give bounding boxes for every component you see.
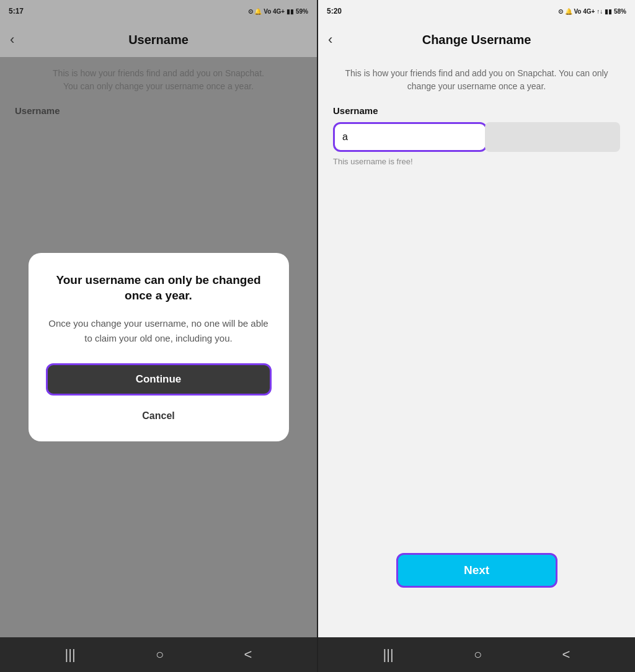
right-content: This is how your friends find and add yo… <box>318 57 635 637</box>
right-phone: 5:20 ⊙ 🔔 Vo 4G+ ↑↓ ▮▮ 58% ‹ Change Usern… <box>318 0 635 672</box>
left-bottom-nav: ||| ○ < <box>0 637 317 672</box>
modal-title: Your username can only be changed once a… <box>46 273 272 303</box>
username-input-box[interactable]: a <box>333 122 487 152</box>
right-status-icons: ⊙ 🔔 Vo 4G+ ↑↓ ▮▮ 58% <box>558 8 626 15</box>
left-menu-icon[interactable]: ||| <box>65 647 76 663</box>
modal-overlay: Your username can only be changed once a… <box>0 57 317 637</box>
right-home-icon[interactable]: ○ <box>474 647 482 663</box>
left-nav-header: ‹ Username <box>0 22 317 57</box>
right-menu-icon[interactable]: ||| <box>383 647 394 663</box>
left-status-bar: 5:17 ⊙ 🔔 Vo 4G+ ▮▮ 59% <box>0 0 317 22</box>
username-input-filler <box>485 122 621 152</box>
continue-button[interactable]: Continue <box>46 363 272 396</box>
username-input-row: a <box>333 122 620 152</box>
left-page-title: Username <box>128 33 189 47</box>
left-status-icons: ⊙ 🔔 Vo 4G+ ▮▮ 59% <box>248 8 308 15</box>
free-username-text: This username is free! <box>333 157 620 166</box>
left-phone: 5:17 ⊙ 🔔 Vo 4G+ ▮▮ 59% ‹ Username This i… <box>0 0 317 672</box>
right-back-nav-icon[interactable]: < <box>562 647 571 663</box>
right-page-title: Change Username <box>422 33 531 47</box>
right-subtitle: This is how your friends find and add yo… <box>333 67 620 93</box>
next-button-label: Next <box>464 564 489 577</box>
left-home-icon[interactable]: ○ <box>156 647 164 663</box>
left-battery: 59% <box>296 8 308 15</box>
next-button-container: Next <box>318 553 635 588</box>
right-signal-icons: ⊙ 🔔 Vo 4G+ ↑↓ ▮▮ <box>558 8 612 15</box>
right-battery: 58% <box>614 8 626 15</box>
right-nav-header: ‹ Change Username <box>318 22 635 57</box>
left-back-button[interactable]: ‹ <box>10 32 14 48</box>
modal-card: Your username can only be changed once a… <box>29 253 289 441</box>
next-button[interactable]: Next <box>396 553 557 588</box>
left-back-nav-icon[interactable]: < <box>244 647 252 663</box>
right-field-label: Username <box>333 105 620 116</box>
left-time: 5:17 <box>9 7 24 15</box>
modal-description: Once you change your username, no one wi… <box>46 316 272 346</box>
left-content: This is how your friends find and add yo… <box>0 57 317 637</box>
cancel-button[interactable]: Cancel <box>46 405 272 427</box>
username-input-value: a <box>342 131 348 143</box>
right-status-bar: 5:20 ⊙ 🔔 Vo 4G+ ↑↓ ▮▮ 58% <box>318 0 635 22</box>
right-time: 5:20 <box>327 7 342 15</box>
left-signal-icons: ⊙ 🔔 Vo 4G+ ▮▮ <box>248 8 294 15</box>
right-back-button[interactable]: ‹ <box>328 32 332 48</box>
right-bottom-nav: ||| ○ < <box>318 637 635 672</box>
